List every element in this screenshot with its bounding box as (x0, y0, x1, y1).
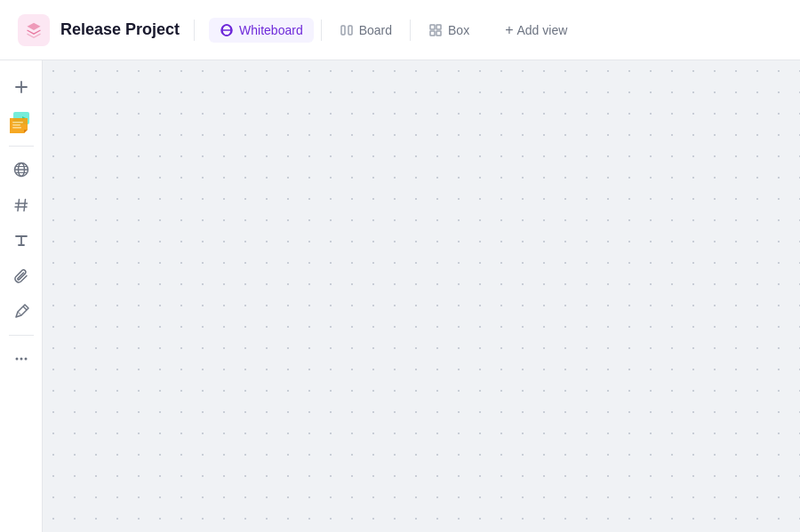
box-icon (428, 23, 443, 37)
svg-rect-12 (12, 127, 21, 129)
svg-point-17 (24, 358, 27, 361)
svg-rect-1 (341, 26, 345, 35)
add-view-button[interactable]: + Add view (494, 17, 578, 44)
hash-button[interactable] (5, 189, 37, 221)
tab-whiteboard[interactable]: Whiteboard (209, 18, 314, 43)
project-icon (18, 14, 50, 46)
svg-point-16 (20, 358, 22, 361)
svg-rect-6 (436, 31, 441, 36)
tab-divider-2 (410, 20, 411, 41)
toolbar-divider-2 (9, 335, 34, 336)
whiteboard-icon (220, 23, 234, 37)
svg-rect-4 (436, 25, 441, 29)
main-layout (0, 60, 800, 532)
tab-divider-1 (321, 20, 322, 41)
svg-rect-5 (430, 31, 435, 36)
tab-box[interactable]: Box (418, 18, 480, 43)
left-toolbar (0, 60, 43, 532)
nav-tabs: Whiteboard Board (209, 18, 480, 43)
header: Release Project Whiteboard (0, 0, 800, 60)
toolbar-divider-1 (9, 146, 34, 147)
add-view-label: Add view (517, 23, 568, 37)
text-button[interactable] (5, 225, 37, 257)
board-icon (340, 23, 354, 37)
more-button[interactable] (5, 343, 37, 375)
project-title: Release Project (60, 20, 180, 39)
svg-rect-3 (430, 25, 435, 29)
tab-board[interactable]: Board (329, 18, 403, 43)
add-view-plus-icon: + (505, 22, 513, 38)
add-button[interactable] (5, 71, 37, 103)
sticky-note-button[interactable] (5, 107, 37, 139)
tab-board-label: Board (359, 23, 392, 37)
tab-box-label: Box (448, 23, 469, 37)
canvas-area[interactable] (43, 60, 800, 532)
svg-point-15 (15, 358, 18, 361)
draw-button[interactable] (5, 296, 37, 328)
nav-divider (194, 20, 195, 41)
attach-button[interactable] (5, 260, 37, 292)
svg-rect-2 (348, 26, 352, 35)
globe-button[interactable] (5, 154, 37, 186)
svg-rect-11 (12, 124, 20, 126)
tab-whiteboard-label: Whiteboard (239, 23, 303, 37)
svg-rect-10 (12, 122, 23, 123)
